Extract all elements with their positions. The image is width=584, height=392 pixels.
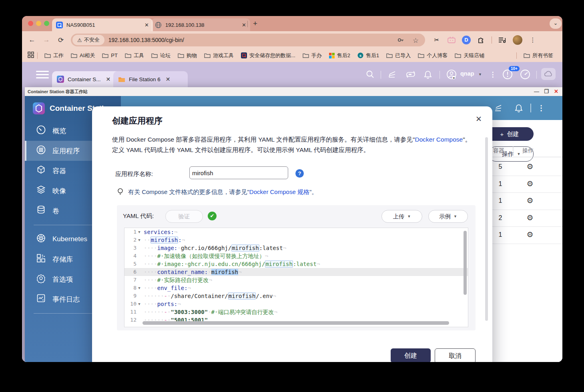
app-row-settings-gear-icon[interactable]: ⚙ <box>522 213 538 222</box>
caret-down-icon: ▼ <box>517 152 521 156</box>
qnap-external-device-icon[interactable] <box>405 69 416 80</box>
app-name-input[interactable] <box>189 166 288 179</box>
app-row-settings-gear-icon[interactable]: ⚙ <box>522 162 538 171</box>
bookmark-item[interactable]: 手办 <box>303 52 322 59</box>
fold-gutter <box>136 268 142 276</box>
modal-close-icon[interactable]: ✕ <box>476 114 482 124</box>
bookmark-item[interactable]: 个人博客 <box>418 52 448 59</box>
fold-caret-icon[interactable]: ▼ <box>136 228 142 236</box>
qnap-username[interactable]: qnap <box>460 70 474 77</box>
code-line[interactable]: 9······-·/share/Container/mirofish/.env¬ <box>124 292 468 300</box>
d-extension-icon[interactable]: D <box>462 36 471 44</box>
code-line[interactable]: 2▼··mirofish:¬ <box>124 236 468 244</box>
bookmark-item[interactable]: s售后1 <box>357 52 379 59</box>
plus-icon: + <box>500 131 504 138</box>
upload-label: 上传 <box>393 213 405 220</box>
fold-caret-icon[interactable]: ▼ <box>136 236 142 244</box>
tab-search-button[interactable]: ⌄ <box>550 18 562 29</box>
cs-close-icon[interactable]: ✕ <box>554 88 558 94</box>
all-bookmarks-button[interactable]: 所有书签 <box>524 52 553 59</box>
browser-tab-inactive[interactable]: 192.168.100.138 ✕ <box>151 18 250 31</box>
header-tasks-icon[interactable] <box>494 103 504 113</box>
code-line[interactable]: 5····#·image:·ghcr.nju.edu.cn/666ghj/mir… <box>124 260 468 268</box>
cs-app-area: Container Station 概览应用程序容器映像卷 Kubernetes… <box>25 96 562 362</box>
code-token: - <box>164 309 167 315</box>
header-more-icon[interactable]: ⋮ <box>536 103 546 113</box>
apps-grid-icon[interactable] <box>28 52 34 59</box>
qnap-search-icon[interactable] <box>365 69 375 80</box>
validate-button[interactable]: 验证 <box>165 210 203 223</box>
help-icon[interactable]: ? <box>295 169 304 178</box>
address-bar[interactable]: ⚠ 不安全 192.168.100.138:5000/cgi-bin/ ☆ <box>71 34 425 46</box>
bookmark-item[interactable]: 论坛 <box>151 52 171 59</box>
yaml-code-editor[interactable]: 1▼services:¬2▼··mirofish:¬3····image:·gh… <box>124 228 468 327</box>
code-line[interactable]: 7····#·实际路径自行更改¬ <box>124 276 468 284</box>
fold-caret-icon[interactable]: ▼ <box>136 284 142 292</box>
code-line[interactable]: 1▼services:¬ <box>124 228 468 236</box>
code-line[interactable]: 6····container_name:·mirofish¬ <box>124 268 468 276</box>
code-line[interactable]: 8▼····env_file:¬ <box>124 284 468 292</box>
bookmark-item[interactable]: AI相关 <box>71 52 95 59</box>
bookmark-item[interactable]: 工具 <box>125 52 144 59</box>
app-row-settings-gear-icon[interactable]: ⚙ <box>522 196 538 205</box>
modal-create-button[interactable]: 创建 <box>391 348 431 362</box>
back-button[interactable]: ← <box>28 36 36 44</box>
screenshot-extension-icon[interactable]: ✂ <box>432 36 441 44</box>
bookmark-item[interactable]: 工作 <box>44 52 64 59</box>
macos-minimize-button[interactable] <box>36 21 41 26</box>
bookmark-star-icon[interactable]: ☆ <box>413 36 419 45</box>
qnap-user-avatar-icon[interactable]: ★ <box>446 69 457 80</box>
docker-compose-link[interactable]: Docker Compose <box>415 136 463 143</box>
text-segment: "。 <box>309 188 317 195</box>
qnap-more-menu-icon[interactable]: ⋮ <box>488 69 498 80</box>
reload-button[interactable]: ⟳ <box>56 36 65 44</box>
bilibili-extension-icon[interactable] <box>447 36 456 44</box>
code-line[interactable]: 10▼····ports:¬ <box>124 300 468 308</box>
bookmark-item[interactable]: 天猫店铺 <box>455 52 484 59</box>
editor-vertical-scrollbar[interactable] <box>464 231 467 295</box>
code-line[interactable]: 4····#·加速镜像（如拉取缓慢可替换上方地址）¬ <box>124 252 468 260</box>
bookmark-item[interactable]: 购物 <box>178 52 197 59</box>
tab-close-icon[interactable]: ✕ <box>144 22 149 28</box>
cs-minimize-icon[interactable]: — <box>534 88 539 94</box>
security-chip[interactable]: ⚠ 不安全 <box>72 35 104 45</box>
editor-horizontal-scrollbar[interactable] <box>142 321 449 325</box>
text-segment: 使用 Docker Compose 部署多容器应用程序，其利用 YAML 文件配… <box>112 136 415 143</box>
header-bell-icon[interactable] <box>514 103 524 113</box>
profile-avatar[interactable] <box>513 35 522 45</box>
code-line[interactable]: 3····image:·ghcr.io/666ghj/mirofish:late… <box>124 244 468 252</box>
sample-dropdown-button[interactable]: 示例 ▼ <box>428 210 468 223</box>
password-key-icon[interactable] <box>397 36 404 45</box>
code-line[interactable]: 11······-·"3003:3000"·#·端口易冲突请自行更改¬ <box>124 308 468 316</box>
macos-zoom-button[interactable] <box>44 21 49 26</box>
app-row-settings-gear-icon[interactable]: ⚙ <box>522 179 538 188</box>
fold-caret-icon[interactable]: ▼ <box>136 300 142 308</box>
tab-close-icon[interactable]: ✕ <box>242 22 246 28</box>
qnap-cloud-icon[interactable] <box>541 68 556 80</box>
extensions-puzzle-icon[interactable] <box>477 36 486 44</box>
app-row-settings-gear-icon[interactable]: ⚙ <box>522 230 538 239</box>
modal-scrollbar[interactable] <box>485 137 488 321</box>
bookmark-item[interactable]: 售后2 <box>329 52 350 59</box>
playlist-icon[interactable] <box>498 36 507 44</box>
upload-dropdown-button[interactable]: 上传 ▼ <box>381 210 422 223</box>
sidebar-item-label: 容器 <box>52 166 66 176</box>
modal-cancel-button[interactable]: 取消 <box>435 348 476 362</box>
forward-button[interactable]: → <box>42 36 51 44</box>
cs-maximize-icon[interactable]: ❐ <box>544 88 549 94</box>
browser-menu-icon[interactable]: ⋮ <box>528 36 537 44</box>
docker-compose-spec-link[interactable]: Docker Compose 规格 <box>249 188 309 195</box>
macos-close-button[interactable] <box>28 21 33 26</box>
qnap-background-tasks-icon[interactable] <box>387 69 398 80</box>
qnap-dashboard-icon[interactable] <box>520 69 530 80</box>
header-separator <box>530 104 531 112</box>
new-tab-button[interactable]: + <box>253 19 257 28</box>
bookmark-item[interactable]: 游戏工具 <box>204 52 234 59</box>
bookmark-item[interactable]: 已导入 <box>386 52 411 59</box>
browser-tab-active[interactable]: NAS90B051 ✕ <box>52 18 153 31</box>
bookmark-item[interactable]: PT <box>102 52 118 58</box>
bookmark-item[interactable]: 安全储存您的数据... <box>241 52 295 59</box>
create-app-button[interactable]: + 创建 <box>486 127 534 141</box>
qnap-notifications-bell-icon[interactable] <box>423 69 433 80</box>
cs-window-titlebar[interactable]: Container Station 容器工作站 — ❐ ✕ <box>25 87 562 96</box>
